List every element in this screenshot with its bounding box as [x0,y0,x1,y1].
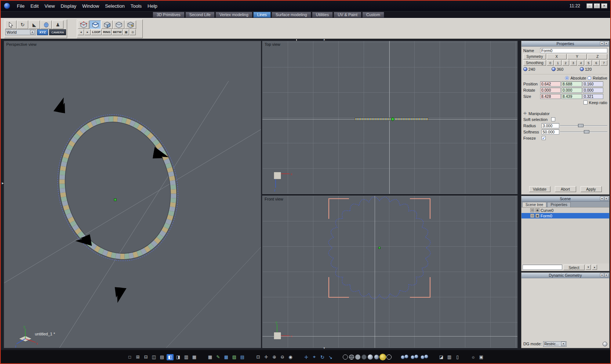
smoothing-6-button[interactable]: 6 [593,60,600,66]
radius-field[interactable] [542,123,559,128]
relative-radio[interactable] [588,76,591,80]
table-display-icon[interactable]: ▤ [239,354,246,360]
chevron-down-icon[interactable]: ▾ [561,342,565,346]
draw-overlay-icon[interactable]: ✎ [215,354,222,360]
pan-view-icon[interactable]: ✛ [263,354,270,360]
panel-toggle-icon[interactable]: ▥ [446,354,453,360]
grid-display-icon[interactable]: ▩ [223,354,230,360]
smoothing-1-button[interactable]: 1 [554,60,561,66]
shading-flat-icon[interactable] [355,354,360,360]
symmetry-y-button[interactable]: Y [567,54,587,59]
tab-scene-properties[interactable]: Properties [547,202,571,207]
soft-selection-checkbox[interactable] [551,117,555,121]
size-z-field[interactable] [583,94,603,99]
between-button[interactable]: BETW [112,29,123,35]
smoothing-4-button[interactable]: 4 [578,60,585,66]
edge-walk-next-button[interactable]: ▸ [84,29,91,35]
perspective-viewport[interactable]: Perspective view [4,41,261,348]
apply-button[interactable]: Apply [581,186,602,192]
shading-ghost-icon[interactable] [386,354,392,360]
top-viewport[interactable]: Top view x z [262,41,518,194]
zoom-out-icon[interactable]: ⊖ [279,354,286,360]
splitter-handle-icon[interactable]: ▲ [323,38,325,41]
examine-view-icon[interactable]: ◉ [287,354,294,360]
tab-surface-modeling[interactable]: Surface modeling [272,12,311,18]
position-x-field[interactable] [540,81,561,87]
rotate-view-tool[interactable]: ↻ [17,21,28,29]
lasso-select-tool[interactable]: ◣ [29,21,40,29]
dynamic-geometry-panel-title[interactable]: Dynamic Geometry ▾ ✕ [521,273,609,278]
multi-mode-button[interactable] [125,21,136,29]
layout-split-h-icon[interactable]: ⊟ [142,354,149,360]
menu-help[interactable]: Help [145,2,160,10]
visibility-eye-icon[interactable]: ◉ [535,214,539,218]
xyz-button[interactable]: XYZ [37,29,48,35]
menu-selection[interactable]: Selection [102,2,127,10]
abort-button[interactable]: Abort [555,186,576,192]
close-button[interactable]: ✕ [601,3,607,8]
rotate-y-field[interactable] [561,88,582,93]
vertex-mode-button[interactable] [78,21,89,29]
tab-utilities[interactable]: Utilities [312,12,333,18]
size-y-field[interactable] [561,94,582,99]
light-icon[interactable]: ☼ [470,354,477,360]
tab-second-life[interactable]: Second Life [185,12,215,18]
shading-dark-icon[interactable] [361,354,367,360]
menu-display[interactable]: Display [58,2,79,10]
properties-panel-title[interactable]: Properties ▾ ✕ [521,41,609,47]
scene-panel-title[interactable]: Scene ▾ ✕ [521,196,609,202]
tab-uv-paint[interactable]: UV & Paint [334,12,361,18]
softness-slider[interactable] [560,130,607,133]
close-panel-icon[interactable]: ✕ [604,41,608,45]
app-icon[interactable] [4,3,10,9]
validate-button[interactable]: Validate [529,186,550,192]
select-button[interactable]: Select [563,265,585,270]
size-x-field[interactable] [540,94,561,99]
tab-lines[interactable]: Lines [253,12,271,18]
shading-hidden-line-icon[interactable] [349,354,354,360]
keep-ratio-checkbox[interactable] [583,100,588,104]
smoothing-0-button[interactable]: 0 [547,60,554,66]
select-down-icon[interactable]: ▾ [586,265,591,270]
maximize-button[interactable]: □ [594,3,600,8]
radius-slider[interactable] [560,124,607,127]
manipulator-tool-icon[interactable]: ⌖ [311,354,318,360]
shading-smooth-icon[interactable] [368,354,373,360]
render-camera-icon[interactable]: ▣ [478,354,485,360]
layout-right-main-icon[interactable]: ◨ [175,354,182,360]
front-viewport[interactable]: Front view y x [262,195,518,348]
dg-preview-sphere-icon[interactable] [603,342,607,346]
bar-toggle-icon[interactable]: ▯ [454,354,461,360]
edge-mode-button[interactable] [90,21,101,29]
select-tool[interactable] [5,21,17,29]
layout-grid-icon[interactable]: ▦ [191,354,198,360]
world-dropdown[interactable]: World ▾ [5,29,36,35]
tab-scene-tree[interactable]: Scene tree [522,202,546,207]
ring-button[interactable]: RING [102,29,112,35]
layout-quad-icon[interactable]: ⊞ [134,354,141,360]
collapse-panel-icon[interactable]: ▾ [600,196,604,201]
scene-search-input[interactable] [523,265,562,270]
gear-ring-3d[interactable] [44,103,192,272]
select-up-icon[interactable]: ▴ [592,265,597,270]
dg-mode-dropdown[interactable]: Restric... ▾ [543,341,567,347]
collapse-panel-icon[interactable]: ▾ [600,273,604,277]
softness-field[interactable] [542,129,559,135]
collapse-panel-icon[interactable]: ▾ [600,41,604,45]
softness-slider-thumb[interactable] [584,130,589,133]
zoom-in-icon[interactable]: ⊕ [271,354,278,360]
smoothing-3-button[interactable]: 3 [570,60,577,66]
splitter-handle-icon[interactable]: ▼ [323,347,325,349]
absolute-radio[interactable] [565,76,569,80]
rotate-tool-icon[interactable]: ↻ [319,354,326,360]
smoothing-2-button[interactable]: 2 [562,60,569,66]
position-z-field[interactable] [583,81,603,87]
tab-3d-primitives[interactable]: 3D Primitives [153,12,185,18]
freeze-checkbox[interactable]: ✓ [542,136,546,140]
visibility-eye-icon[interactable]: ◉ [535,208,539,212]
scene-item-form0[interactable]: ⊟ ◉ Form0 [521,213,609,218]
face-mode-button[interactable] [101,21,113,29]
chevron-down-icon[interactable]: ▾ [30,30,34,34]
subdiv-low-icon[interactable] [400,354,409,360]
smoothing-button[interactable]: Smoothing [523,60,546,66]
